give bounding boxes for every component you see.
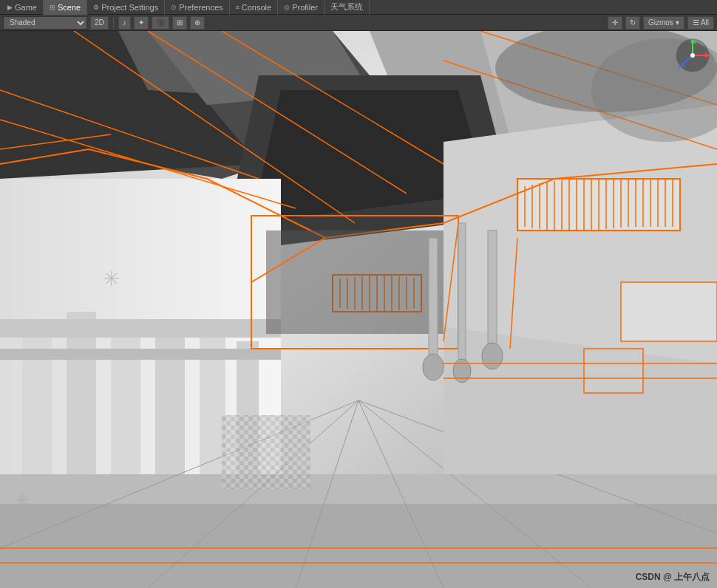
svg-text:x: x [704,50,707,55]
watermark-text: CSDN @ 上午八点 [636,572,710,582]
svg-line-63 [0,90,259,179]
svg-rect-76 [488,230,497,356]
svg-line-22 [148,400,358,588]
svg-line-96 [444,223,458,341]
console-icon: ≡ [236,4,239,11]
gizmos-label: Gizmos [648,18,673,27]
shading-mode-select[interactable]: Shaded Wireframe Shaded Wireframe [3,16,87,30]
svg-rect-0 [0,31,717,588]
svg-line-64 [0,120,296,208]
svg-marker-1 [0,31,407,179]
svg-marker-8 [251,90,488,223]
svg-rect-9 [0,179,281,588]
svg-rect-14 [155,319,185,588]
rotate-tool[interactable]: ↻ [625,16,640,30]
svg-marker-28 [444,105,717,363]
misc-button[interactable]: ⊕ [190,16,205,30]
tab-profiler-label: Profiler [292,3,318,12]
tab-project-settings-label: Project Settings [101,3,158,12]
svg-marker-7 [222,75,517,253]
svg-rect-84 [222,415,310,489]
svg-point-108 [690,53,695,58]
svg-marker-2 [0,31,259,179]
watermark: CSDN @ 上午八点 [636,571,710,584]
scene-icon-tab: ⊞ [50,4,55,11]
svg-rect-70 [251,216,458,349]
svg-line-67 [222,31,444,164]
svg-rect-75 [458,223,466,371]
svg-rect-72 [621,282,717,341]
all-layers-button[interactable]: ☰ All [687,16,714,30]
scene-viewport[interactable]: ✳ ✳ y x z C [0,31,717,588]
tab-scene-label: Scene [58,3,81,12]
svg-line-65 [74,31,355,223]
grid-button[interactable]: ⊞ [172,16,187,30]
tab-weather-label: 天气系统 [330,1,363,13]
svg-rect-16 [237,341,259,588]
profiler-icon: ◎ [284,4,290,11]
all-label: All [701,18,709,27]
svg-rect-73 [584,349,643,393]
svg-line-21 [0,400,358,548]
separator-1 [113,17,114,29]
svg-point-79 [482,343,503,369]
tab-profiler[interactable]: ◎ Profiler [278,0,324,15]
dimension-label: 2D [95,18,104,27]
tab-console-label: Console [242,3,271,12]
svg-point-78 [453,359,471,383]
camera-icon: 🎥 [156,18,165,27]
svg-line-25 [358,400,591,588]
audio-icon: ♪ [123,18,126,27]
settings-icon: ⚙ [93,4,99,11]
axis-gizmo: y x z [674,37,711,74]
svg-line-97 [510,238,517,349]
audio-button[interactable]: ♪ [118,16,131,30]
svg-marker-10 [0,179,281,588]
tab-weather[interactable]: 天气系统 [324,0,370,15]
svg-rect-71 [266,230,444,334]
svg-line-24 [358,400,444,588]
tab-scene[interactable]: ⊞ Scene [44,0,87,15]
svg-rect-89 [222,415,310,489]
svg-marker-4 [148,31,370,105]
svg-line-94 [0,134,111,149]
svg-rect-18 [0,349,281,360]
camera-overlay-button[interactable]: 🎥 [152,16,169,30]
svg-line-95 [251,238,325,282]
svg-rect-12 [67,312,96,588]
svg-text:y: y [694,38,697,44]
gizmos-chevron: ▾ [676,18,679,27]
preferences-icon: ⊙ [171,4,177,11]
tab-preferences-label: Preferences [179,3,222,12]
svg-line-26 [358,400,717,533]
svg-point-77 [423,354,444,380]
toolbar: Shaded Wireframe Shaded Wireframe 2D ♪ ✦… [0,15,717,31]
svg-line-23 [296,400,358,588]
svg-rect-15 [200,334,225,588]
svg-rect-11 [22,327,52,588]
svg-text:z: z [678,65,681,70]
svg-marker-5 [370,31,717,253]
svg-marker-3 [118,31,384,105]
gizmos-button[interactable]: Gizmos ▾ [643,16,684,30]
fx-icon: ✦ [138,18,144,27]
tab-console[interactable]: ≡ Console [230,0,279,15]
tab-preferences[interactable]: ⊙ Preferences [165,0,229,15]
game-icon: ▶ [7,4,13,11]
svg-rect-13 [111,327,140,588]
tab-game-label: Game [15,3,37,12]
svg-rect-27 [444,179,717,474]
move-tool[interactable]: ✛ [608,16,622,30]
svg-rect-74 [429,238,438,371]
grid-icon: ⊞ [177,18,183,27]
svg-rect-51 [333,275,421,312]
dimension-button[interactable]: 2D [90,16,109,30]
layers-icon: ☰ [693,18,701,27]
svg-line-66 [148,31,407,194]
tab-project-settings[interactable]: ⚙ Project Settings [87,0,165,15]
svg-rect-17 [0,319,281,338]
svg-text:✳: ✳ [103,267,120,290]
fx-button[interactable]: ✦ [134,16,149,30]
tab-bar: ▶ Game ⊞ Scene ⚙ Project Settings ⊙ Pref… [0,0,717,15]
tab-game[interactable]: ▶ Game [1,0,44,15]
